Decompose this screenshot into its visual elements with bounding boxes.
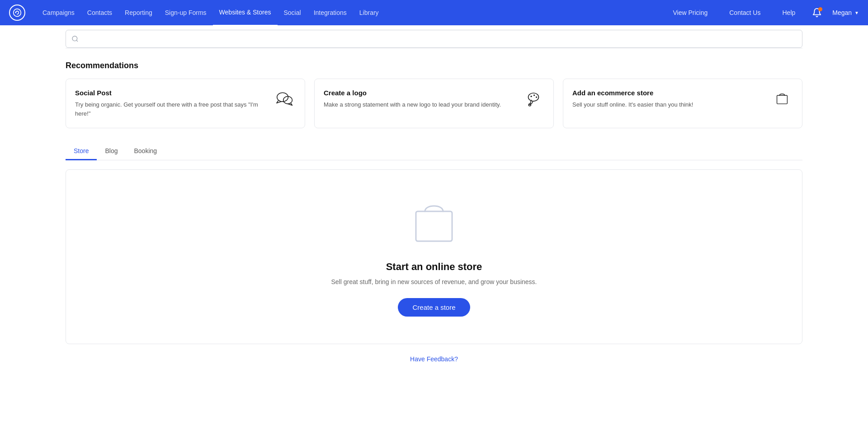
- notifications-bell[interactable]: [811, 6, 823, 19]
- svg-point-0: [14, 9, 21, 17]
- tab-blog[interactable]: Blog: [97, 143, 126, 160]
- rec-card-social-post-desc: Try being organic. Get yourself out ther…: [75, 100, 267, 118]
- tab-store[interactable]: Store: [66, 143, 97, 160]
- chat-bubbles-icon: [274, 89, 296, 110]
- svg-point-7: [533, 94, 535, 96]
- svg-rect-10: [777, 95, 788, 104]
- feedback-area: Have Feedback?: [66, 344, 802, 368]
- paint-pen-icon: [523, 89, 544, 110]
- search-bar-area: [66, 25, 802, 48]
- tabs: Store Blog Booking: [66, 143, 802, 160]
- nav-signup-forms[interactable]: Sign-up Forms: [159, 0, 213, 25]
- rec-card-ecommerce-store-title: Add an ecommerce store: [572, 89, 764, 97]
- shopping-bag-sm-icon: [771, 89, 793, 107]
- nav-contact-us[interactable]: Contact Us: [723, 0, 767, 25]
- nav-websites-stores[interactable]: Websites & Stores: [213, 0, 278, 26]
- user-menu[interactable]: Megan ▼: [832, 9, 859, 16]
- rec-card-social-post[interactable]: Social Post Try being organic. Get yours…: [66, 79, 305, 128]
- nav-integrations[interactable]: Integrations: [307, 0, 353, 25]
- store-empty-title: Start an online store: [386, 261, 482, 273]
- svg-rect-11: [416, 211, 452, 241]
- recommendations-grid: Social Post Try being organic. Get yours…: [66, 79, 802, 128]
- svg-point-3: [277, 93, 288, 102]
- svg-point-2: [72, 36, 77, 41]
- nav-reporting[interactable]: Reporting: [118, 0, 159, 25]
- section-title: Recommendations: [66, 61, 802, 70]
- navbar: Campaigns Contacts Reporting Sign-up For…: [0, 0, 868, 25]
- svg-point-8: [536, 96, 537, 98]
- main-content: Recommendations Social Post Try being or…: [0, 25, 868, 448]
- tab-booking[interactable]: Booking: [126, 143, 165, 160]
- search-bar[interactable]: [66, 30, 802, 48]
- svg-point-6: [530, 96, 532, 97]
- brand-logo[interactable]: [9, 5, 25, 21]
- nav-links: Campaigns Contacts Reporting Sign-up For…: [36, 0, 666, 26]
- nav-help[interactable]: Help: [776, 0, 802, 25]
- rec-card-create-logo-desc: Make a strong statement with a new logo …: [324, 100, 515, 109]
- nav-contacts[interactable]: Contacts: [81, 0, 118, 25]
- user-name: Megan: [832, 9, 852, 16]
- nav-library[interactable]: Library: [353, 0, 385, 25]
- store-empty-description: Sell great stuff, bring in new sources o…: [331, 278, 537, 285]
- rec-card-create-logo[interactable]: Create a logo Make a strong statement wi…: [314, 79, 554, 128]
- svg-point-1: [15, 12, 16, 14]
- navbar-right: View Pricing Contact Us Help Megan ▼: [666, 0, 859, 25]
- store-bag-icon: [411, 197, 457, 261]
- search-icon: [71, 35, 79, 42]
- rec-card-ecommerce-store-desc: Sell your stuff online. It's easier than…: [572, 100, 764, 109]
- nav-campaigns[interactable]: Campaigns: [36, 0, 81, 25]
- rec-card-create-logo-title: Create a logo: [324, 89, 515, 97]
- nav-view-pricing[interactable]: View Pricing: [666, 0, 714, 25]
- nav-social[interactable]: Social: [278, 0, 307, 25]
- rec-card-ecommerce-store[interactable]: Add an ecommerce store Sell your stuff o…: [563, 79, 802, 128]
- store-empty-state: Start an online store Sell great stuff, …: [66, 169, 802, 344]
- create-store-button[interactable]: Create a store: [398, 298, 470, 317]
- feedback-link[interactable]: Have Feedback?: [410, 355, 458, 363]
- user-chevron-icon: ▼: [854, 10, 859, 15]
- rec-card-social-post-title: Social Post: [75, 89, 267, 97]
